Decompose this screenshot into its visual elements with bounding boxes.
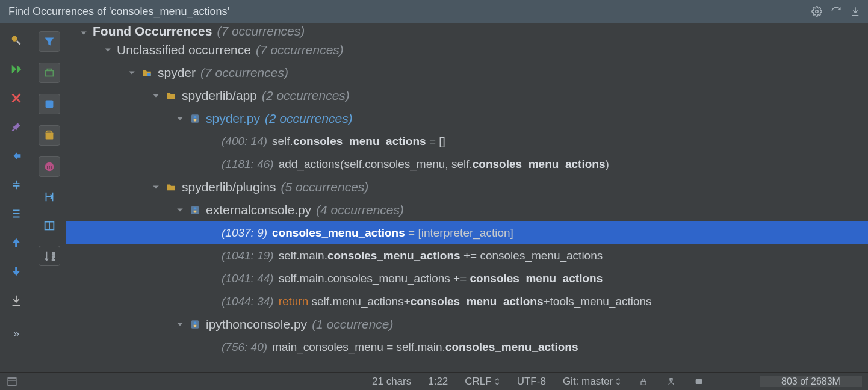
node-label: spyderlib/plugins: [182, 180, 276, 194]
file-label: ipythonconsole.py: [206, 317, 307, 332]
python-file-icon: [189, 318, 201, 330]
node-label: Unclassified occurrence: [117, 43, 251, 57]
reload-icon[interactable]: [829, 5, 843, 18]
chevron-down-icon[interactable]: [150, 90, 161, 101]
svg-rect-3: [45, 101, 53, 108]
group-by-file-icon[interactable]: [39, 125, 60, 146]
status-git-branch[interactable]: Git: master: [563, 376, 621, 388]
occurrence-code: self.consoles_menu_actions = []: [272, 135, 445, 148]
structure-view-icon[interactable]: [6, 376, 18, 388]
svg-text:m: m: [46, 164, 51, 170]
close-icon[interactable]: [7, 89, 25, 107]
file-label: externalconsole.py: [206, 203, 311, 217]
tree-node-file[interactable]: externalconsole.py (4 occurrences): [66, 199, 868, 221]
occurrence-location: (1044: 34): [222, 295, 274, 308]
svg-rect-2: [45, 70, 53, 76]
prev-occurrence-icon[interactable]: [7, 234, 25, 252]
chevron-down-icon[interactable]: [175, 113, 185, 124]
status-line-separator[interactable]: CRLF: [465, 376, 500, 388]
chevron-down-icon[interactable]: [126, 67, 137, 78]
gear-icon[interactable]: [810, 5, 823, 18]
more-icon[interactable]: »: [13, 327, 19, 340]
chevron-down-icon[interactable]: [102, 45, 113, 55]
next-occurrence-icon[interactable]: [7, 262, 25, 280]
notifications-icon[interactable]: [693, 376, 704, 387]
tool-window-title: Find Occurrences of 'consoles_menu_actio…: [8, 5, 229, 18]
status-encoding[interactable]: UTF-8: [517, 376, 546, 388]
sort-alpha-icon[interactable]: az: [39, 246, 60, 266]
memory-text: 803 of 2683M: [760, 376, 862, 387]
svg-rect-13: [191, 320, 199, 329]
tree-node-directory[interactable]: spyderlib/app (2 occurrences): [66, 84, 868, 107]
occurrence-code: add_actions(self.consoles_menu, self.con…: [279, 158, 609, 171]
memory-indicator[interactable]: 803 of 2683M: [760, 376, 862, 387]
pin-icon[interactable]: [7, 118, 25, 136]
occurrence-location: (400: 14): [222, 135, 267, 148]
results-tree[interactable]: Found Occurrences (7 occurrences) Unclas…: [66, 23, 868, 372]
tree-leaf-occurrence[interactable]: (1041: 19) self.main.consoles_menu_actio…: [66, 244, 868, 267]
svg-rect-15: [641, 381, 646, 385]
folder-project-icon: [141, 67, 153, 79]
status-position[interactable]: 1:22: [428, 376, 448, 388]
group-by-method-icon[interactable]: m: [39, 156, 60, 177]
occurrence-code: main_consoles_menu = self.main.consoles_…: [272, 341, 578, 354]
node-count: (2 occurrences): [262, 88, 350, 103]
occurrence-location: (1181: 46): [222, 158, 274, 171]
tree-leaf-occurrence[interactable]: (1041: 44) self.main.consoles_menu_actio…: [66, 267, 868, 290]
folder-icon: [165, 181, 177, 193]
occurrence-code: return self.menu_actions+consoles_menu_a…: [279, 295, 652, 308]
occurrence-location: (1041: 19): [222, 249, 274, 262]
root-label: Found Occurrences: [93, 24, 212, 39]
status-chars: 21 chars: [372, 376, 411, 388]
preview-icon[interactable]: [40, 217, 58, 235]
export-icon[interactable]: [849, 5, 862, 18]
tree-node-unclassified[interactable]: Unclassified occurrence (7 occurrences): [66, 39, 868, 61]
svg-rect-4: [45, 132, 53, 139]
node-count: (7 occurrences): [256, 43, 344, 57]
group-by-usage-icon[interactable]: [39, 94, 60, 114]
occurrence-code: self.main.consoles_menu_actions += conso…: [279, 272, 603, 285]
tree-leaf-occurrence[interactable]: (1037: 9) consoles_menu_actions = [inter…: [66, 221, 868, 244]
expand-all-icon[interactable]: [7, 205, 25, 223]
root-count: (7 occurrences): [217, 24, 305, 39]
scroll-from-source-icon[interactable]: [40, 188, 58, 206]
file-label: spyder.py: [206, 111, 260, 126]
file-count: (4 occurrences): [316, 203, 404, 217]
tree-node-file[interactable]: ipythonconsole.py (1 occurrence): [66, 313, 868, 336]
occurrence-location: (756: 40): [222, 341, 267, 354]
folder-icon: [165, 90, 177, 102]
chevron-down-icon[interactable]: [175, 205, 185, 215]
occurrence-location: (1037: 9): [222, 226, 267, 240]
file-count: (2 occurrences): [265, 111, 353, 126]
svg-rect-14: [8, 378, 16, 385]
tree-node-file[interactable]: spyder.py (2 occurrences): [66, 107, 868, 130]
settings-wrench-icon[interactable]: [7, 31, 25, 49]
occurrence-location: (1041: 44): [222, 272, 274, 285]
tree-leaf-occurrence[interactable]: (400: 14) self.consoles_menu_actions = […: [66, 130, 868, 153]
rerun-icon[interactable]: [7, 60, 25, 78]
download-icon[interactable]: [7, 291, 25, 309]
inspector-icon[interactable]: [666, 376, 677, 387]
tree-leaf-occurrence[interactable]: (1181: 46) add_actions(self.consoles_men…: [66, 153, 868, 176]
svg-rect-17: [670, 378, 672, 379]
occurrence-code: consoles_menu_actions = [interpreter_act…: [272, 226, 513, 240]
file-count: (1 occurrence): [312, 317, 393, 332]
chevron-down-icon[interactable]: [78, 28, 89, 39]
back-icon[interactable]: [7, 147, 25, 165]
left-toolbar-secondary: m az: [33, 23, 66, 372]
svg-text:z: z: [52, 256, 54, 261]
lock-icon[interactable]: [638, 376, 649, 387]
python-file-icon: [189, 204, 201, 216]
svg-rect-18: [696, 379, 702, 384]
group-by-module-icon[interactable]: [39, 63, 60, 83]
tree-root[interactable]: Found Occurrences (7 occurrences): [66, 23, 868, 39]
tree-node-project[interactable]: spyder (7 occurrences): [66, 61, 868, 84]
tree-leaf-occurrence[interactable]: (1044: 34) return self.menu_actions+cons…: [66, 290, 868, 313]
collapse-all-icon[interactable]: [7, 176, 25, 194]
chevron-down-icon[interactable]: [150, 182, 161, 193]
chevron-down-icon[interactable]: [175, 319, 185, 330]
node-label: spyder: [158, 66, 196, 80]
tree-leaf-occurrence[interactable]: (756: 40) main_consoles_menu = self.main…: [66, 336, 868, 359]
tree-node-directory[interactable]: spyderlib/plugins (5 occurrences): [66, 176, 868, 199]
filter-icon[interactable]: [39, 31, 60, 52]
